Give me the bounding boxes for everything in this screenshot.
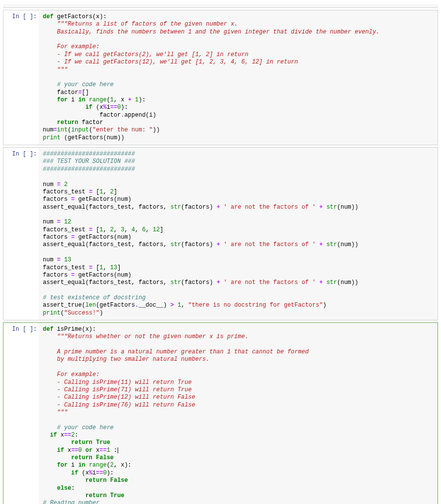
code-cell[interactable]: In [ ]:########################## ### TE… — [3, 147, 438, 320]
code-cell[interactable]: In [ ]:def getFactors(x): """Returns a l… — [3, 10, 438, 145]
code-cell[interactable]: In [ ]:def isPrime(x): """Returns whethe… — [3, 322, 438, 504]
code-editor[interactable]: def getFactors(x): """Returns a list of … — [39, 10, 438, 145]
code-editor[interactable]: ########################## ### TEST YOUR… — [39, 148, 438, 320]
notebook: In [ ]:def getFactors(x): """Returns a l… — [0, 0, 441, 504]
cell-stub-top — [3, 4, 438, 8]
code-editor[interactable]: def isPrime(x): """Returns whether or no… — [39, 323, 438, 504]
code-content[interactable]: def getFactors(x): """Returns a list of … — [43, 13, 434, 142]
input-prompt: In [ ]: — [3, 148, 39, 320]
code-content[interactable]: def isPrime(x): """Returns whether or no… — [43, 326, 434, 504]
input-prompt: In [ ]: — [3, 323, 39, 504]
input-prompt: In [ ]: — [3, 10, 39, 145]
code-content[interactable]: ########################## ### TEST YOUR… — [43, 151, 434, 317]
